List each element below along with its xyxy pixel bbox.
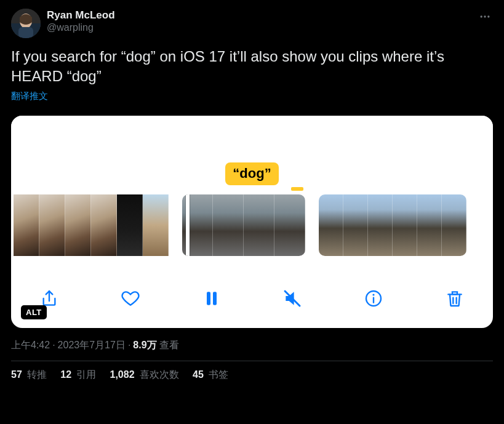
video-frame <box>393 194 417 256</box>
avatar[interactable] <box>11 9 41 38</box>
quotes-stat[interactable]: 12 引用 <box>60 369 96 382</box>
likes-stat[interactable]: 1,082 喜欢次数 <box>110 369 180 382</box>
display-name[interactable]: Ryan McLeod <box>47 9 115 22</box>
svg-point-4 <box>481 15 482 17</box>
video-frame <box>319 194 343 256</box>
video-frame <box>213 194 244 256</box>
media-card[interactable]: “dog” <box>11 116 493 328</box>
tweet-header: Ryan McLeod @warpling <box>11 9 493 38</box>
delete-button[interactable] <box>442 286 467 311</box>
divider <box>11 361 493 361</box>
video-frame <box>274 194 305 256</box>
clip-group-1[interactable] <box>14 194 169 256</box>
user-block: Ryan McLeod @warpling <box>47 9 115 34</box>
views-label: 查看 <box>159 339 179 352</box>
retweets-stat[interactable]: 57 转推 <box>11 369 47 382</box>
svg-point-6 <box>487 15 489 17</box>
playhead[interactable] <box>186 194 190 256</box>
timeline-marker <box>291 187 303 191</box>
like-button[interactable] <box>118 286 143 311</box>
video-timeline[interactable] <box>11 194 493 256</box>
svg-point-12 <box>373 294 375 295</box>
tweet-text: If you search for “dog” on iOS 17 it’ll … <box>11 47 493 87</box>
views-count: 8.9万 <box>133 339 156 352</box>
mute-button[interactable] <box>280 286 305 311</box>
svg-rect-7 <box>207 292 210 305</box>
media-toolbar <box>11 281 493 316</box>
video-frame <box>143 194 169 256</box>
video-frame <box>117 194 143 256</box>
tweet-container: Ryan McLeod @warpling If you search for … <box>0 0 504 382</box>
media-whitespace <box>11 116 493 167</box>
user-handle[interactable]: @warpling <box>47 22 115 34</box>
bookmarks-stat[interactable]: 45 书签 <box>193 369 228 382</box>
pause-button[interactable] <box>199 286 224 311</box>
video-frame <box>442 194 466 256</box>
video-frame <box>368 194 393 256</box>
video-frame <box>417 194 442 256</box>
video-frame <box>65 194 91 256</box>
video-frame <box>244 194 274 256</box>
svg-rect-3 <box>18 27 33 38</box>
tweet-date[interactable]: 2023年7月17日 <box>58 339 126 352</box>
translate-link[interactable]: 翻译推文 <box>11 90 48 102</box>
video-frame <box>39 194 65 256</box>
alt-badge[interactable]: ALT <box>21 305 47 319</box>
more-options-button[interactable] <box>474 6 495 27</box>
tweet-meta: 上午4:42 · 2023年7月17日 · 8.9万 查看 <box>11 339 493 352</box>
video-frame <box>343 194 368 256</box>
clip-group-3[interactable] <box>319 194 466 256</box>
meta-separator: · <box>128 340 130 351</box>
info-button[interactable] <box>361 286 386 311</box>
video-frame <box>91 194 117 256</box>
tweet-time[interactable]: 上午4:42 <box>11 339 50 352</box>
tweet-stats: 57 转推 12 引用 1,082 喜欢次数 45 书签 <box>11 369 493 382</box>
svg-rect-8 <box>213 292 217 305</box>
video-frame <box>14 194 39 256</box>
clip-group-2[interactable] <box>182 194 305 256</box>
svg-point-5 <box>484 15 486 17</box>
meta-separator: · <box>52 340 55 351</box>
